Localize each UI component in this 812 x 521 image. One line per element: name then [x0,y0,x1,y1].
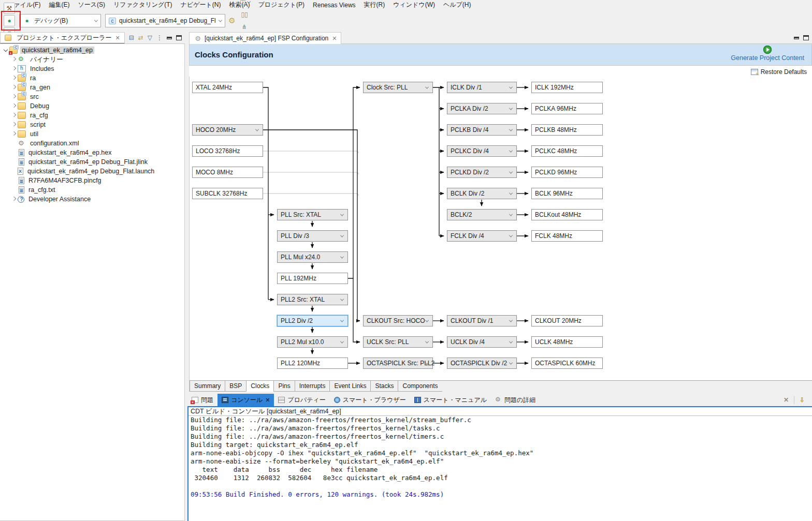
tree-item-ra[interactable]: ra [0,73,184,83]
menu-p[interactable]: プロジェクト(P) [254,0,309,10]
close-icon[interactable]: ✕ [115,35,120,41]
clock-box-pclkb-div-4[interactable]: PCLKB Div /4 [447,124,517,136]
clock-box-bclk-div-2[interactable]: BCLK Div /2 [447,188,517,199]
expand-arrow-icon[interactable] [11,94,17,99]
clock-box-iclk-div-1[interactable]: ICLK Div /1 [447,82,517,93]
tab-stacks[interactable]: Stacks [370,380,398,392]
view-tab-props[interactable]: プロパティー [274,394,329,406]
clock-box-octaspiclk-div-2[interactable]: OCTASPICLK Div /2 [447,358,517,369]
clock-box-clkout-src-hoco[interactable]: CLKOUT Src: HOCO [363,315,433,326]
tree-item-r7fa6m4af3cfb-pincfg[interactable]: R7FA6M4AF3CFB.pincfg [0,176,184,185]
menu-renesasviews[interactable]: Renesas Views [309,1,360,9]
link-editor-icon[interactable]: ⇄ [138,34,143,41]
tree-item-configuration-xml[interactable]: configuration.xml [0,139,184,148]
tree-item-quickstart-ek-ra6m4-ep-debug-flat-launch[interactable]: quickstart_ek_ra6m4_ep Debug_Flat.launch [0,167,184,176]
minimize-icon[interactable] [167,37,172,39]
menu-h[interactable]: ヘルプ(H) [439,0,475,10]
clock-box-hoco-20mhz[interactable]: HOCO 20MHz [192,124,263,136]
maximize-icon[interactable] [176,35,182,40]
clock-box-clock-src-pll[interactable]: Clock Src: PLL [363,82,433,93]
close-icon[interactable]: ✕ [265,397,270,404]
expand-arrow-icon[interactable] [3,48,8,53]
expand-arrow-icon[interactable] [11,57,17,62]
clock-box-pll-src-xtal[interactable]: PLL Src: XTAL [277,209,348,220]
debug-bug-icon[interactable]: ● [2,14,17,27]
expand-arrow-icon[interactable] [11,131,17,137]
generate-project-content-button[interactable]: Generate Project Content [731,46,804,62]
tree-item-util[interactable]: util [0,129,184,139]
expand-arrow-icon[interactable] [11,85,17,90]
clock-box-bclk-2[interactable]: BCLK/2 [447,209,517,220]
tree-item-ra-cfg-txt[interactable]: ra_cfg.txt [0,185,184,195]
expand-arrow-icon[interactable] [11,76,17,81]
tab-fsp-configuration[interactable]: ⚙ [quickstart_ek_ra6m4_ep] FSP Configura… [189,32,341,44]
tree-item-ra-gen[interactable]: ra_gen [0,83,184,92]
profile-icon[interactable]: ◫ [237,0,252,8]
tree-item-label: quickstart_ek_ra6m4_ep Debug_Flat.launch [26,168,156,175]
tab-project-explorer[interactable]: プロジェクト・エクスプローラー ✕ [0,32,125,44]
expand-arrow-icon[interactable] [11,197,17,202]
clock-box-clkout-div-1[interactable]: CLKOUT Div /1 [447,315,517,326]
tree-item-script[interactable]: script [0,120,184,129]
clock-box-pll-div-3[interactable]: PLL Div /3 [277,230,348,242]
view-tab-problems[interactable]: 問題 [187,394,218,406]
tab-bsp[interactable]: BSP [225,380,246,392]
clock-box-octaspiclk-src-pll2[interactable]: OCTASPICLK Src: PLL2 [363,358,433,369]
launch-gear-icon[interactable]: ⚙ [228,17,236,25]
tree-item-quickstart-ek-ra6m4-ep-hex[interactable]: quickstart_ek_ra6m4_ep.hex [0,148,184,157]
minimize-icon[interactable] [794,37,799,39]
tab-summary[interactable]: Summary [190,380,225,392]
view-tab-console[interactable]: コンソール✕ [218,394,274,406]
clock-box-uclk-src-pll[interactable]: UCLK Src: PLL [363,336,433,348]
tab-pins[interactable]: Pins [273,380,294,392]
tab-interrupts[interactable]: Interrupts [295,380,330,392]
view-tab-details[interactable]: 問題の詳細 [491,394,540,406]
tree-item-debug[interactable]: Debug [0,101,184,111]
tree-item-quickstart-ek-ra6m4-ep-debug-flat-jlink[interactable]: quickstart_ek_ra6m4_ep Debug_Flat.jlink [0,157,184,167]
maximize-icon[interactable] [803,35,809,40]
clock-box-pclka-div-2[interactable]: PCLKA Div /2 [447,103,517,114]
flow-icon[interactable]: ⋔ [237,21,252,33]
menu-t[interactable]: リファクタリング(T) [109,0,177,10]
clock-box-fclk-div-4[interactable]: FCLK Div /4 [447,230,517,242]
clock-box-pll2-mul-x10-0[interactable]: PLL2 Mul x10.0 [277,336,348,348]
clock-box-pll-mul-x24-0[interactable]: PLL Mul x24.0 [277,251,348,263]
tab-clocks[interactable]: Clocks [246,380,273,392]
clock-box-uclk-div-4[interactable]: UCLK Div /4 [447,336,517,348]
filter-icon[interactable]: ▽ [148,34,152,41]
columns-icon[interactable]: ▯▯ [237,8,252,21]
clock-box-pclkd-div-2[interactable]: PCLKD Div /2 [447,167,517,178]
expand-arrow-icon[interactable] [11,66,17,71]
build-hammer-icon[interactable]: ⚒ [2,2,17,14]
tree-item-quickstart-ek-ra6m4-ep[interactable]: quickstart_ek_ra6m4_ep [0,46,184,55]
tab-components[interactable]: Components [398,380,442,392]
menu-r[interactable]: 実行(R) [360,0,389,10]
collapse-all-icon[interactable]: ⊟ [129,34,134,41]
restore-defaults-button[interactable]: Restore Defaults [751,68,807,76]
tree-item-includes[interactable]: Includes [0,64,184,73]
expand-arrow-icon[interactable] [11,113,17,118]
view-tab-manual[interactable]: スマート・マニュアル [410,394,491,406]
clock-box-pll2-div-2[interactable]: PLL2 Div /2 [277,315,348,326]
view-menu-icon[interactable]: ⋮ [156,34,163,41]
view-tab-browser[interactable]: スマート・ブラウザー [330,394,410,406]
console-output[interactable]: CDT ビルド・コンソール [quickstart_ek_ra6m4_ep]Bu… [187,407,812,521]
tree-item-developer-assistance[interactable]: Developer Assistance [0,195,184,204]
expand-arrow-icon[interactable] [11,122,17,127]
menu-e[interactable]: 編集(E) [45,0,74,10]
menu-n[interactable]: ナビゲート(N) [177,0,225,10]
clear-console-icon[interactable]: ✕ [784,396,789,404]
expand-arrow-icon[interactable] [11,103,17,109]
launch-config-combo[interactable]: c quickstart_ek_ra6m4_ep Debug_Fla [105,14,225,27]
debug-mode-combo[interactable]: ● デバッグ(B) [19,14,101,27]
tree-item-src[interactable]: src [0,92,184,101]
tree-item--[interactable]: バイナリー [0,55,184,64]
tab-event-links[interactable]: Event Links [329,380,370,392]
close-icon[interactable]: ✕ [332,35,337,42]
clock-box-pclkc-div-4[interactable]: PCLKC Div /4 [447,145,517,157]
menu-w[interactable]: ウィンドウ(W) [389,0,439,10]
tree-item-ra-cfg[interactable]: ra_cfg [0,111,184,120]
minimize-view-icon[interactable]: ⇩ [800,396,805,404]
clock-box-pll2-src-xtal[interactable]: PLL2 Src: XTAL [277,294,348,305]
menu-s[interactable]: ソース(S) [74,0,109,10]
